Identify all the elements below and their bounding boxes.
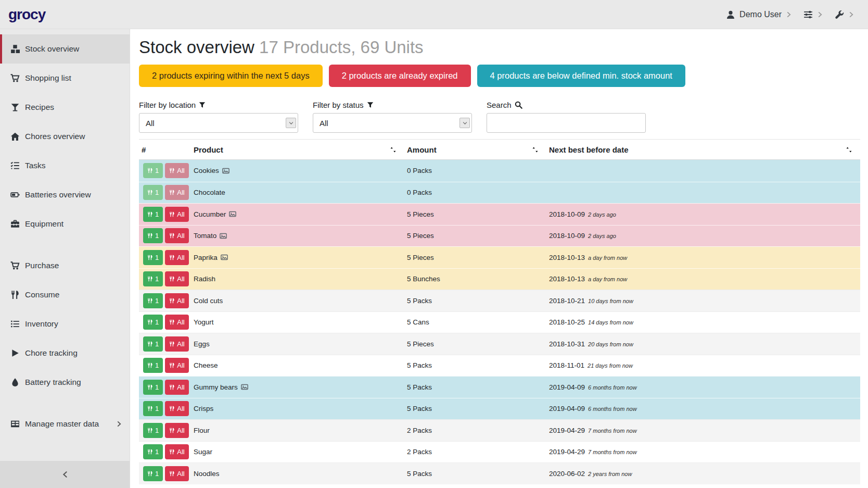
product-image-icon[interactable] bbox=[241, 383, 248, 391]
expiring-products-button[interactable]: 2 products expiring within the next 5 da… bbox=[139, 65, 323, 87]
sidebar-nav: Stock overview Shopping list Recipes Cho… bbox=[0, 29, 130, 439]
relative-time: 2 days ago bbox=[588, 211, 616, 218]
consume-one-button[interactable]: 1 bbox=[143, 401, 163, 416]
consume-all-button[interactable]: All bbox=[165, 185, 188, 200]
consume-one-button[interactable]: 1 bbox=[143, 358, 163, 373]
sidebar-item-label: Chore tracking bbox=[25, 348, 122, 358]
table-row[interactable]: 1 All Cheese 5 Packs 2018-11-01 21 days … bbox=[139, 355, 860, 377]
page-title: Stock overview 17 Products, 69 Units bbox=[139, 37, 860, 57]
sidebar-item-tasks[interactable]: Tasks bbox=[0, 151, 130, 180]
below-min-stock-button[interactable]: 4 products are below defined min. stock … bbox=[477, 65, 685, 87]
product-cell: Chocolate bbox=[191, 189, 404, 196]
consume-one-button[interactable]: 1 bbox=[143, 444, 163, 459]
table-row[interactable]: 1 All Tomato 5 Pieces 2018-10-09 2 days … bbox=[139, 225, 860, 247]
table-row[interactable]: 1 All Yogurt 5 Cans 2018-10-25 14 days f… bbox=[139, 311, 860, 333]
consume-one-button[interactable]: 1 bbox=[143, 315, 163, 330]
table-row[interactable]: 1 All Gummy bears 5 Packs 2019-04-09 6 m… bbox=[139, 376, 860, 398]
filter-icon bbox=[199, 102, 206, 108]
sidebar-item-recipes[interactable]: Recipes bbox=[0, 93, 130, 122]
user-menu[interactable]: Demo User bbox=[726, 10, 792, 19]
table-row[interactable]: 1 All Cold cuts 5 Packs 2018-10-21 10 da… bbox=[139, 290, 860, 311]
sidebar-item-battery-tracking[interactable]: Battery tracking bbox=[0, 368, 130, 397]
consume-one-button[interactable]: 1 bbox=[143, 293, 163, 308]
consume-all-button[interactable]: All bbox=[165, 293, 188, 308]
table-row[interactable]: 1 All Sugar 2 Packs 2019-04-29 7 months … bbox=[139, 441, 860, 463]
sidebar-collapse-button[interactable] bbox=[0, 461, 130, 488]
consume-all-button[interactable]: All bbox=[165, 228, 188, 243]
utensils-icon bbox=[147, 449, 153, 455]
consume-all-button[interactable]: All bbox=[165, 336, 188, 352]
table-row[interactable]: 1 All Radish 5 Bunches 2018-10-13 a day … bbox=[139, 268, 860, 290]
date-cell: 2019-04-29 7 months from now bbox=[546, 448, 860, 456]
sort-icon-active[interactable] bbox=[845, 146, 853, 154]
status-select[interactable]: All bbox=[313, 113, 472, 133]
table-row[interactable]: 1 All Paprika 5 Pieces 2018-10-13 a day … bbox=[139, 246, 860, 268]
alerts-row: 2 products expiring within the next 5 da… bbox=[139, 65, 860, 87]
product-image-icon[interactable] bbox=[220, 232, 227, 240]
sidebar-item-manage-master-data[interactable]: Manage master data bbox=[0, 409, 130, 439]
sidebar-item-label: Battery tracking bbox=[25, 378, 122, 387]
consume-one-button[interactable]: 1 bbox=[143, 228, 163, 243]
admin-menu[interactable] bbox=[835, 10, 854, 19]
product-image-icon[interactable] bbox=[229, 210, 236, 218]
consume-one-button[interactable]: 1 bbox=[143, 207, 163, 222]
consume-all-button[interactable]: All bbox=[165, 380, 188, 395]
consume-one-button[interactable]: 1 bbox=[143, 163, 163, 178]
product-image-icon[interactable] bbox=[221, 254, 228, 261]
column-header-date[interactable]: Next best before date bbox=[546, 145, 860, 154]
consume-all-button[interactable]: All bbox=[165, 250, 188, 265]
sidebar-item-chore-tracking[interactable]: Chore tracking bbox=[0, 339, 130, 368]
table-row[interactable]: 1 All Noodles 5 Packs 2020-06-02 2 years… bbox=[139, 462, 860, 484]
column-header-product[interactable]: Product bbox=[191, 145, 404, 154]
column-header-amount[interactable]: Amount bbox=[404, 145, 546, 154]
consume-all-button[interactable]: All bbox=[165, 466, 188, 481]
utensils-icon bbox=[169, 298, 175, 304]
sidebar-item-consume[interactable]: Consume bbox=[0, 280, 130, 309]
product-cell: Gummy bears bbox=[191, 383, 404, 391]
product-image-icon[interactable] bbox=[222, 167, 229, 174]
sidebar-item-chores-overview[interactable]: Chores overview bbox=[0, 122, 130, 151]
sort-icon[interactable] bbox=[389, 146, 397, 154]
sidebar-item-batteries-overview[interactable]: Batteries overview bbox=[0, 180, 130, 209]
consume-one-button[interactable]: 1 bbox=[143, 423, 163, 438]
sort-icon[interactable] bbox=[531, 146, 539, 154]
sidebar-item-shopping-list[interactable]: Shopping list bbox=[0, 64, 130, 93]
consume-one-button[interactable]: 1 bbox=[143, 380, 163, 395]
search-input[interactable] bbox=[487, 113, 646, 133]
table-row[interactable]: 1 All Flour 2 Packs 2019-04-29 7 months … bbox=[139, 419, 860, 441]
consume-all-button[interactable]: All bbox=[165, 271, 188, 286]
consume-all-button[interactable]: All bbox=[165, 207, 188, 222]
table-row[interactable]: 1 All Eggs 5 Pieces 2018-10-31 20 days f… bbox=[139, 333, 860, 355]
consume-all-button[interactable]: All bbox=[165, 444, 188, 459]
relative-time: 7 months from now bbox=[588, 428, 637, 434]
tint-icon bbox=[10, 378, 20, 387]
consume-one-button[interactable]: 1 bbox=[143, 250, 163, 265]
consume-all-button[interactable]: All bbox=[165, 423, 188, 438]
sidebar-item-equipment[interactable]: Equipment bbox=[0, 209, 130, 239]
utensils-icon bbox=[169, 276, 175, 282]
utensils-icon bbox=[169, 362, 175, 368]
consume-all-button[interactable]: All bbox=[165, 163, 188, 178]
location-select[interactable]: All bbox=[139, 113, 298, 133]
consume-one-button[interactable]: 1 bbox=[143, 271, 163, 286]
best-before-date: 2019-04-09 bbox=[549, 383, 585, 391]
consume-all-button[interactable]: All bbox=[165, 401, 188, 416]
settings-menu[interactable] bbox=[803, 10, 823, 19]
table-row[interactable]: 1 All Crisps 5 Packs 2019-04-09 6 months… bbox=[139, 398, 860, 420]
relative-time: 21 days from now bbox=[588, 362, 633, 369]
consume-one-button[interactable]: 1 bbox=[143, 466, 163, 481]
consume-one-button[interactable]: 1 bbox=[143, 185, 163, 200]
consume-all-button[interactable]: All bbox=[165, 358, 188, 373]
consume-all-button[interactable]: All bbox=[165, 315, 188, 330]
sidebar-item-purchase[interactable]: Purchase bbox=[0, 251, 130, 280]
sidebar-item-inventory[interactable]: Inventory bbox=[0, 309, 130, 339]
expired-products-button[interactable]: 2 products are already expired bbox=[329, 65, 471, 87]
table-row[interactable]: 1 All Chocolate 0 Packs bbox=[139, 182, 860, 204]
sidebar-item-stock-overview[interactable]: Stock overview bbox=[0, 34, 130, 64]
table-row[interactable]: 1 All Cucumber 5 Pieces 2018-10-09 2 day… bbox=[139, 203, 860, 225]
table-row[interactable]: 1 All Cookies 0 Packs bbox=[139, 160, 860, 182]
utensils-icon bbox=[169, 190, 175, 195]
row-actions: 1 All bbox=[139, 315, 191, 330]
sidebar-item-label: Purchase bbox=[25, 261, 122, 270]
consume-one-button[interactable]: 1 bbox=[143, 336, 163, 352]
